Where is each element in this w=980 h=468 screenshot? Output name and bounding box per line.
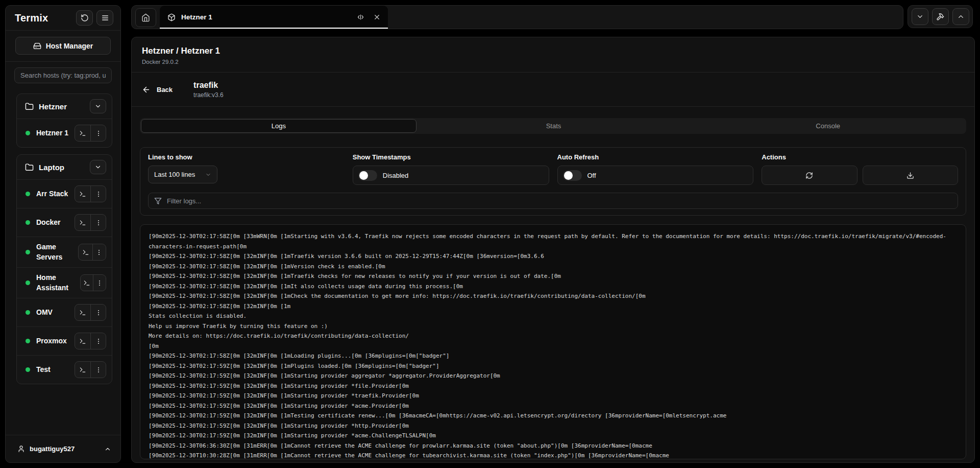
host-name: Arr Stack (36, 189, 68, 199)
online-status-dot (26, 339, 30, 343)
host-name: Proxmox (36, 336, 67, 346)
host-manager-button[interactable]: Host Manager (15, 37, 111, 55)
actions-label: Actions (762, 153, 958, 161)
open-terminal-button[interactable] (75, 333, 90, 349)
container-header: Back traefik traefik:v3.6 (132, 73, 974, 107)
app-title: Termix (15, 12, 48, 24)
host-action-buttons (75, 304, 106, 321)
host-row[interactable]: Docker (17, 208, 112, 237)
auto-refresh-switch[interactable] (563, 170, 582, 181)
log-line: [90m2025-12-30T02:17:59Z[0m [32mINF[0m [… (149, 391, 958, 401)
open-terminal-button[interactable] (75, 305, 90, 320)
container-image: traefik:v3.6 (193, 91, 224, 99)
auto-refresh-state: Off (587, 172, 596, 179)
actions-row (762, 166, 958, 185)
log-line: Stats collection is disabled. (149, 311, 958, 321)
open-terminal-button[interactable] (75, 125, 90, 141)
folder-icon (25, 163, 34, 172)
host-group-name: Hetzner (39, 102, 67, 111)
open-terminal-button[interactable] (75, 215, 90, 230)
open-terminal-button[interactable] (81, 275, 93, 291)
tools-button[interactable] (932, 8, 949, 25)
host-name: Home Assistant (36, 273, 80, 293)
collapse-up-button[interactable] (952, 8, 969, 25)
log-line: [90m2025-12-30T02:17:59Z[0m [32mINF[0m [… (149, 431, 958, 441)
host-more-menu-button[interactable] (90, 333, 106, 349)
host-row[interactable]: Test (17, 355, 112, 384)
log-line: More details on: https://doc.traefik.io/… (149, 331, 958, 341)
chevron-down-icon (916, 13, 924, 20)
host-action-buttons (75, 361, 106, 378)
auto-refresh-label: Auto Refresh (557, 153, 754, 161)
host-row[interactable]: Home Assistant (17, 267, 112, 298)
host-more-menu-button[interactable] (92, 244, 106, 260)
host-action-buttons (75, 333, 106, 349)
back-button[interactable]: Back (142, 85, 173, 94)
host-more-menu-button[interactable] (90, 305, 106, 320)
view-tab-console[interactable]: Console (691, 119, 965, 133)
filter-logs-box (148, 193, 958, 209)
host-row[interactable]: OMV (17, 298, 112, 326)
chevron-up-icon (957, 13, 965, 20)
tab-bar: Hetzner 1 (131, 5, 903, 29)
host-row[interactable]: Hetzner 1 (17, 119, 112, 147)
collapse-down-button[interactable] (912, 8, 928, 25)
log-line: [90m2025-12-30T06:36:30Z[0m [31mERR[0m [… (149, 441, 958, 451)
tab-label: Hetzner 1 (181, 13, 212, 21)
hard-drive-icon (33, 42, 41, 50)
menu-button[interactable] (96, 10, 113, 26)
log-line: [90m2025-12-30T02:17:58Z[0m [32mINF[0m [… (149, 351, 958, 361)
download-logs-button[interactable] (863, 166, 958, 185)
split-view-icon[interactable] (357, 13, 364, 21)
log-line: [90m2025-12-30T02:17:58Z[0m [32mINF[0m [… (149, 301, 958, 312)
show-timestamps-group: Show Timestamps Disabled (353, 153, 549, 185)
search-input[interactable] (14, 67, 112, 83)
host-more-menu-button[interactable] (90, 125, 106, 141)
filter-logs-input[interactable] (167, 197, 952, 205)
view-tab-logs[interactable]: Logs (141, 119, 416, 133)
reload-button[interactable] (76, 10, 93, 26)
hamburger-menu-icon (101, 14, 109, 22)
chevron-down-icon (205, 172, 211, 178)
host-row[interactable]: Arr Stack (17, 179, 112, 208)
hammer-icon (936, 13, 944, 21)
show-timestamps-label: Show Timestamps (353, 153, 549, 161)
timestamps-switch[interactable] (358, 170, 377, 181)
collapse-group-button[interactable] (90, 99, 106, 113)
host-more-menu-button[interactable] (93, 275, 106, 291)
host-more-menu-button[interactable] (90, 186, 106, 202)
home-button[interactable] (135, 8, 156, 27)
collapse-group-button[interactable] (90, 160, 106, 174)
chevron-up-icon (104, 446, 111, 453)
lines-select-value: Last 100 lines (154, 171, 195, 178)
timestamps-state: Disabled (383, 172, 409, 179)
host-more-menu-button[interactable] (90, 362, 106, 378)
tab-hetzner-1[interactable]: Hetzner 1 (160, 6, 388, 29)
lines-select[interactable]: Last 100 lines (148, 166, 217, 183)
online-status-dot (26, 131, 30, 135)
folder-icon (25, 102, 34, 111)
actions-group: Actions (762, 153, 958, 185)
host-name: Game Servers (36, 242, 78, 262)
view-tab-stats[interactable]: Stats (416, 119, 691, 133)
user-menu[interactable]: bugattiguy527 (6, 435, 120, 462)
host-row[interactable]: Proxmox (17, 326, 112, 355)
host-groups-list: Hetzner Hetzner 1 Laptop Ar (6, 88, 120, 435)
username: bugattiguy527 (30, 445, 75, 453)
host-group-name: Laptop (39, 163, 64, 172)
online-status-dot (26, 192, 30, 196)
filter-funnel-icon (154, 197, 162, 205)
host-more-menu-button[interactable] (90, 215, 106, 230)
log-line: [90m2025-12-30T02:17:58Z[0m [32mINF[0m [… (149, 282, 958, 292)
host-row[interactable]: Game Servers (17, 237, 112, 267)
close-tab-icon[interactable] (373, 13, 381, 21)
open-terminal-button[interactable] (75, 362, 90, 378)
sidebar-header: Termix (6, 6, 120, 31)
log-line: [90m2025-12-30T02:17:59Z[0m [32mINF[0m [… (149, 361, 958, 371)
online-status-dot (26, 367, 30, 372)
log-viewer[interactable]: [90m2025-12-30T02:17:58Z[0m [33mWRN[0m [… (140, 224, 966, 459)
open-terminal-button[interactable] (79, 244, 92, 260)
top-right-toolbar (908, 5, 973, 28)
open-terminal-button[interactable] (75, 186, 90, 202)
refresh-logs-button[interactable] (762, 166, 857, 185)
